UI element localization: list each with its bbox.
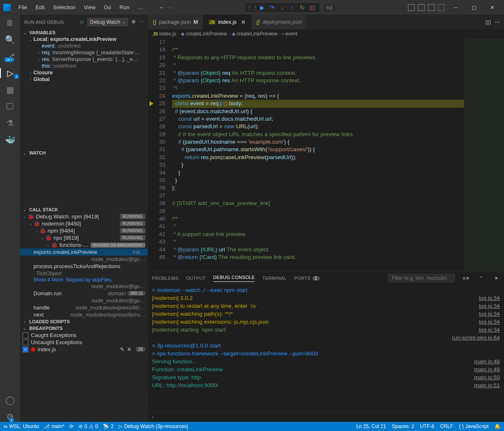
editor-body[interactable]: 1718192021222324252627282930313233343536…	[148, 38, 504, 271]
menu-run[interactable]: Run	[116, 3, 133, 12]
maximize-button[interactable]: ▢	[466, 1, 482, 14]
status-errors[interactable]: ⊘ 0 ⚠ 0	[79, 423, 98, 429]
var-this[interactable]: this:undefined	[20, 63, 148, 69]
activity-explorer-icon[interactable]: 🗎	[5, 18, 15, 28]
settings-gear-icon[interactable]: ⚙	[132, 19, 136, 25]
scope-local[interactable]: ⌄Local: exports.createLinkPreview	[20, 36, 148, 43]
console-source-link[interactable]: log.js:34	[479, 310, 500, 318]
menu-edit[interactable]: Edit	[32, 3, 48, 12]
console-source-link[interactable]: log.js:34	[479, 318, 500, 326]
callstack-thread[interactable]: ⌄🐞nodemon [9450]RUNNING	[20, 220, 148, 227]
activity-remote-icon[interactable]: 🖵	[5, 101, 15, 112]
activity-extensions-icon[interactable]: ▦	[5, 85, 15, 95]
debug-step-out-icon[interactable]: ↑	[289, 4, 296, 11]
close-tab-icon[interactable]: ✕	[241, 19, 246, 25]
console-source-link[interactable]: log.js:34	[479, 302, 500, 310]
layout-right-icon[interactable]	[428, 4, 435, 11]
callstack-header[interactable]: ⌄CALL STACK	[20, 206, 148, 213]
console-source-link[interactable]: log.js:34	[479, 326, 500, 334]
console-source-link[interactable]: log.js:34	[479, 294, 500, 302]
var-event[interactable]: event:undefined	[20, 43, 148, 49]
clear-console-icon[interactable]: ≡✕	[462, 276, 470, 281]
tab-deployment-json[interactable]: {}deployment.json	[251, 15, 307, 29]
remove-icon[interactable]: ✕	[127, 346, 132, 352]
status-sync[interactable]: ⟳	[69, 423, 73, 429]
watch-header[interactable]: ⌄WATCH	[20, 150, 148, 156]
minimize-button[interactable]: ─	[447, 1, 464, 14]
stack-frame[interactable]: handlenode_modules/express/lib/…	[20, 304, 148, 311]
layout-bottom-icon[interactable]	[418, 4, 425, 11]
activity-debug-icon[interactable]: ▷1	[0, 68, 20, 78]
stack-frame[interactable]: node_modules/@go…	[20, 297, 148, 304]
more-actions-icon[interactable]: ⋯	[139, 19, 144, 25]
debug-stop-icon[interactable]: ◻	[309, 4, 316, 11]
console-source-link[interactable]: main.js:49	[474, 365, 500, 373]
console-source-link[interactable]: run-script-pkg.js:64	[452, 334, 500, 342]
callstack-thread[interactable]: ⌄🐞Debug Watch: npm [9419]RUNNING	[20, 213, 148, 220]
tab-index-js[interactable]: JSindex.js✕	[203, 15, 251, 29]
stack-frame[interactable]: exports.createLinkPreviewind…	[20, 248, 148, 256]
status-ports[interactable]: 📡 2	[103, 423, 114, 429]
tab-package-json[interactable]: {}package.jsonM	[148, 15, 203, 29]
var-req[interactable]: ›req:IncomingMessage {_readableState:…	[20, 49, 148, 56]
panel-tab-terminal[interactable]: TERMINAL	[262, 276, 286, 281]
breakpoints-header[interactable]: ⌄BREAKPOINTS	[20, 325, 148, 332]
debug-console-output[interactable]: > nodemon --watch ./ --exec npm start[no…	[148, 284, 504, 412]
callstack-thread[interactable]: ⌄🐞functions-fra…PAUSED ON BREAKPOINT	[20, 241, 148, 248]
activity-account-icon[interactable]: ◯	[5, 395, 15, 405]
console-source-link[interactable]: main.js:50	[474, 373, 500, 381]
status-language[interactable]: { } JavaScript	[459, 423, 489, 429]
show-more-frames[interactable]: Show 4 More: Skipped by skipFiles	[20, 277, 148, 283]
debug-console-input[interactable]: ›	[148, 412, 504, 422]
titlebar-search-hint[interactable]: tu]	[323, 3, 336, 12]
status-remote[interactable]: ⇋ WSL: Ubuntu	[3, 423, 39, 429]
activity-settings-icon[interactable]: ⚙1	[5, 412, 15, 422]
debug-step-over-icon[interactable]: ↷	[269, 4, 276, 11]
console-filter-input[interactable]	[388, 274, 455, 282]
status-branch[interactable]: ⎇ main*	[44, 423, 64, 429]
stack-frame[interactable]: process.processTicksAndRejections	[20, 263, 148, 270]
menu-go[interactable]: Go	[101, 3, 114, 12]
panel-tab-output[interactable]: OUTPUT	[186, 276, 206, 281]
console-source-link[interactable]: main.js:48	[474, 357, 500, 365]
minimap[interactable]	[464, 38, 504, 271]
stack-frame[interactable]: TickObject	[20, 270, 148, 277]
status-position[interactable]: Ln 25, Col 21	[356, 423, 386, 429]
activity-docker-icon[interactable]: 🐳	[5, 135, 15, 145]
layout-left-icon[interactable]	[408, 4, 415, 11]
scope-closure[interactable]: ›Closure	[20, 69, 148, 76]
status-indent[interactable]: Spaces: 2	[392, 423, 414, 429]
edit-icon[interactable]: ✎	[120, 346, 124, 352]
debug-continue-icon[interactable]: ▶	[259, 4, 266, 11]
panel-tab-problems[interactable]: PROBLEMS	[152, 276, 179, 281]
menu-selection[interactable]: Selection	[50, 3, 79, 12]
debug-restart-icon[interactable]: ↻	[299, 4, 306, 11]
stack-frame[interactable]: node_modules/@go…	[20, 283, 148, 290]
close-button[interactable]: ✕	[484, 1, 501, 14]
layout-custom-icon[interactable]	[438, 4, 445, 11]
activity-scm-icon[interactable]: ⎇1K+	[5, 51, 15, 61]
breakpoint-item[interactable]: Uncaught Exceptions	[20, 339, 148, 346]
stack-frame[interactable]: nextnode_modules/express/lib/ro…	[20, 311, 148, 318]
close-panel-icon[interactable]: ✕	[492, 276, 500, 281]
stack-frame[interactable]: Domain.rundomain388:15	[20, 290, 148, 297]
status-eol[interactable]: CRLF	[440, 423, 453, 429]
menu-file[interactable]: File	[15, 3, 30, 12]
breakpoint-item[interactable]: Caught Exceptions	[20, 332, 148, 339]
panel-tab-ports[interactable]: PORTS2	[294, 276, 319, 281]
launch-config-dropdown[interactable]: Debug Watch ⌄	[87, 18, 128, 26]
console-source-link[interactable]: main.js:51	[474, 381, 500, 389]
activity-search-icon[interactable]: 🔍	[5, 35, 15, 45]
checkbox[interactable]	[23, 332, 28, 338]
panel-tab-debug-console[interactable]: DEBUG CONSOLE	[213, 275, 255, 282]
debug-drag-icon[interactable]: ⋮⋮	[249, 4, 256, 11]
status-encoding[interactable]: UTF-8	[420, 423, 434, 429]
checkbox[interactable]: ✓	[23, 347, 28, 352]
checkbox[interactable]	[23, 340, 28, 345]
status-debug-target[interactable]: ▷ Debug Watch (3p-resources)	[119, 423, 188, 429]
callstack-thread[interactable]: ⌄🐞npx [9519]RUNNING	[20, 234, 148, 241]
menu-more[interactable]: …	[134, 3, 147, 12]
collapse-panel-icon[interactable]: ⌃	[477, 276, 485, 281]
loaded-scripts-header[interactable]: ›LOADED SCRIPTS	[20, 318, 148, 325]
callstack-thread[interactable]: ⌄🐞npm [9484]RUNNING	[20, 227, 148, 234]
